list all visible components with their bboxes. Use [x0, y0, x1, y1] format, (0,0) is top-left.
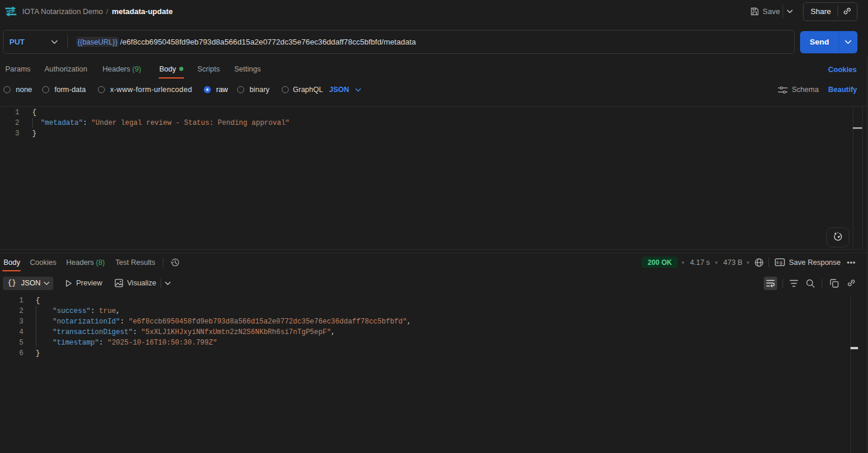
svg-text:HTTP: HTTP: [6, 9, 15, 14]
svg-text:e.g.: e.g.: [777, 260, 783, 265]
